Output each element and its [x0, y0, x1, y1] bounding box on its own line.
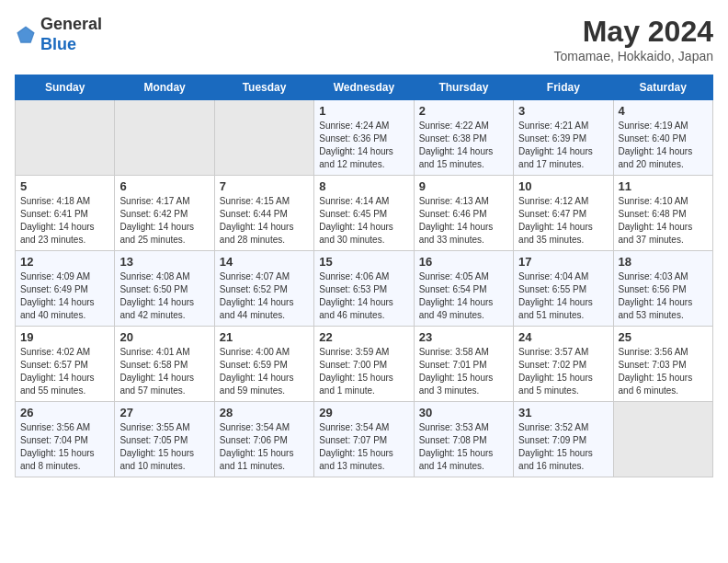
calendar-cell: 26Sunrise: 3:56 AM Sunset: 7:04 PM Dayli…: [16, 402, 115, 477]
calendar-week-2: 5Sunrise: 4:18 AM Sunset: 6:41 PM Daylig…: [16, 176, 713, 251]
day-number: 18: [619, 255, 708, 269]
calendar-cell: 29Sunrise: 3:54 AM Sunset: 7:07 PM Dayli…: [314, 402, 414, 477]
calendar-cell: 19Sunrise: 4:02 AM Sunset: 6:57 PM Dayli…: [16, 327, 115, 402]
day-info: Sunrise: 3:52 AM Sunset: 7:09 PM Dayligh…: [518, 421, 608, 473]
calendar-cell: 16Sunrise: 4:05 AM Sunset: 6:54 PM Dayli…: [414, 251, 513, 327]
calendar-week-5: 26Sunrise: 3:56 AM Sunset: 7:04 PM Dayli…: [16, 402, 713, 477]
day-number: 5: [20, 179, 109, 193]
calendar-cell: [214, 100, 313, 176]
day-number: 4: [619, 104, 708, 118]
day-info: Sunrise: 4:10 AM Sunset: 6:48 PM Dayligh…: [619, 195, 708, 247]
calendar-cell: 30Sunrise: 3:53 AM Sunset: 7:08 PM Dayli…: [414, 402, 513, 477]
day-info: Sunrise: 4:24 AM Sunset: 6:36 PM Dayligh…: [319, 120, 408, 171]
logo-blue: Blue: [40, 35, 76, 53]
day-info: Sunrise: 3:54 AM Sunset: 7:06 PM Dayligh…: [220, 421, 309, 473]
location: Tomamae, Hokkaido, Japan: [553, 49, 713, 63]
calendar-cell: 21Sunrise: 4:00 AM Sunset: 6:59 PM Dayli…: [214, 327, 313, 402]
day-info: Sunrise: 3:55 AM Sunset: 7:05 PM Dayligh…: [119, 421, 209, 473]
day-info: Sunrise: 4:06 AM Sunset: 6:53 PM Dayligh…: [319, 270, 408, 322]
calendar-cell: 7Sunrise: 4:15 AM Sunset: 6:44 PM Daylig…: [214, 176, 313, 251]
day-number: 2: [419, 104, 508, 118]
weekday-header-monday: Monday: [115, 75, 214, 100]
calendar-cell: 15Sunrise: 4:06 AM Sunset: 6:53 PM Dayli…: [314, 251, 414, 327]
day-info: Sunrise: 3:59 AM Sunset: 7:00 PM Dayligh…: [319, 346, 408, 397]
day-info: Sunrise: 4:03 AM Sunset: 6:56 PM Dayligh…: [619, 270, 708, 322]
day-number: 26: [20, 406, 109, 419]
day-info: Sunrise: 3:54 AM Sunset: 7:07 PM Dayligh…: [319, 421, 408, 473]
calendar-cell: 11Sunrise: 4:10 AM Sunset: 6:48 PM Dayli…: [613, 176, 712, 251]
day-info: Sunrise: 4:12 AM Sunset: 6:47 PM Dayligh…: [518, 195, 608, 247]
calendar-cell: 9Sunrise: 4:13 AM Sunset: 6:46 PM Daylig…: [414, 176, 513, 251]
calendar-cell: 31Sunrise: 3:52 AM Sunset: 7:09 PM Dayli…: [514, 402, 613, 477]
day-number: 14: [220, 255, 309, 269]
logo: General Blue: [15, 15, 102, 54]
logo-general: General: [40, 15, 102, 33]
month-title: May 2024: [553, 15, 713, 49]
day-number: 19: [20, 330, 109, 344]
calendar-cell: 23Sunrise: 3:58 AM Sunset: 7:01 PM Dayli…: [414, 327, 513, 402]
day-info: Sunrise: 4:01 AM Sunset: 6:58 PM Dayligh…: [119, 346, 209, 397]
calendar-cell: 24Sunrise: 3:57 AM Sunset: 7:02 PM Dayli…: [514, 327, 613, 402]
calendar-cell: 14Sunrise: 4:07 AM Sunset: 6:52 PM Dayli…: [214, 251, 313, 327]
day-info: Sunrise: 4:19 AM Sunset: 6:40 PM Dayligh…: [619, 120, 708, 171]
day-number: 3: [518, 104, 608, 118]
day-info: Sunrise: 4:22 AM Sunset: 6:38 PM Dayligh…: [419, 120, 508, 171]
day-info: Sunrise: 4:21 AM Sunset: 6:39 PM Dayligh…: [518, 120, 608, 171]
day-number: 8: [319, 179, 408, 193]
day-number: 17: [518, 255, 608, 269]
day-number: 21: [220, 330, 309, 344]
day-info: Sunrise: 4:15 AM Sunset: 6:44 PM Dayligh…: [220, 195, 309, 247]
calendar-cell: [115, 100, 214, 176]
calendar-cell: 1Sunrise: 4:24 AM Sunset: 6:36 PM Daylig…: [314, 100, 414, 176]
page-header: General Blue May 2024 Tomamae, Hokkaido,…: [15, 15, 713, 63]
day-info: Sunrise: 3:56 AM Sunset: 7:04 PM Dayligh…: [20, 421, 109, 473]
day-number: 13: [119, 255, 209, 269]
calendar-cell: 2Sunrise: 4:22 AM Sunset: 6:38 PM Daylig…: [414, 100, 513, 176]
day-number: 25: [619, 330, 708, 344]
weekday-header-tuesday: Tuesday: [214, 75, 313, 100]
weekday-header-wednesday: Wednesday: [314, 75, 414, 100]
day-number: 24: [518, 330, 608, 344]
calendar-week-3: 12Sunrise: 4:09 AM Sunset: 6:49 PM Dayli…: [16, 251, 713, 327]
day-info: Sunrise: 4:07 AM Sunset: 6:52 PM Dayligh…: [220, 270, 309, 322]
calendar-cell: 3Sunrise: 4:21 AM Sunset: 6:39 PM Daylig…: [514, 100, 613, 176]
calendar-cell: [16, 100, 115, 176]
day-info: Sunrise: 4:08 AM Sunset: 6:50 PM Dayligh…: [119, 270, 209, 322]
calendar-cell: 6Sunrise: 4:17 AM Sunset: 6:42 PM Daylig…: [115, 176, 214, 251]
logo-text: General Blue: [40, 15, 102, 54]
day-info: Sunrise: 4:09 AM Sunset: 6:49 PM Dayligh…: [20, 270, 109, 322]
day-info: Sunrise: 4:02 AM Sunset: 6:57 PM Dayligh…: [20, 346, 109, 397]
logo-icon: [15, 24, 37, 46]
day-number: 16: [419, 255, 508, 269]
calendar-cell: 8Sunrise: 4:14 AM Sunset: 6:45 PM Daylig…: [314, 176, 414, 251]
day-number: 10: [518, 179, 608, 193]
calendar-cell: 17Sunrise: 4:04 AM Sunset: 6:55 PM Dayli…: [514, 251, 613, 327]
calendar-week-1: 1Sunrise: 4:24 AM Sunset: 6:36 PM Daylig…: [16, 100, 713, 176]
day-number: 20: [119, 330, 209, 344]
calendar-cell: [613, 402, 712, 477]
calendar-cell: 5Sunrise: 4:18 AM Sunset: 6:41 PM Daylig…: [16, 176, 115, 251]
day-info: Sunrise: 3:56 AM Sunset: 7:03 PM Dayligh…: [619, 346, 708, 397]
day-number: 28: [220, 406, 309, 419]
calendar-cell: 10Sunrise: 4:12 AM Sunset: 6:47 PM Dayli…: [514, 176, 613, 251]
weekday-header-thursday: Thursday: [414, 75, 513, 100]
day-number: 22: [319, 330, 408, 344]
calendar-cell: 18Sunrise: 4:03 AM Sunset: 6:56 PM Dayli…: [613, 251, 712, 327]
day-info: Sunrise: 3:57 AM Sunset: 7:02 PM Dayligh…: [518, 346, 608, 397]
day-number: 27: [119, 406, 209, 419]
calendar-cell: 25Sunrise: 3:56 AM Sunset: 7:03 PM Dayli…: [613, 327, 712, 402]
day-number: 9: [419, 179, 508, 193]
weekday-header-friday: Friday: [514, 75, 613, 100]
day-info: Sunrise: 4:05 AM Sunset: 6:54 PM Dayligh…: [419, 270, 508, 322]
calendar-cell: 13Sunrise: 4:08 AM Sunset: 6:50 PM Dayli…: [115, 251, 214, 327]
weekday-header-sunday: Sunday: [16, 75, 115, 100]
calendar-cell: 22Sunrise: 3:59 AM Sunset: 7:00 PM Dayli…: [314, 327, 414, 402]
day-info: Sunrise: 4:04 AM Sunset: 6:55 PM Dayligh…: [518, 270, 608, 322]
day-number: 15: [319, 255, 408, 269]
calendar-table: SundayMondayTuesdayWednesdayThursdayFrid…: [15, 75, 713, 477]
calendar-body: 1Sunrise: 4:24 AM Sunset: 6:36 PM Daylig…: [16, 100, 713, 477]
day-number: 31: [518, 406, 608, 419]
day-info: Sunrise: 4:00 AM Sunset: 6:59 PM Dayligh…: [220, 346, 309, 397]
day-number: 7: [220, 179, 309, 193]
day-info: Sunrise: 4:17 AM Sunset: 6:42 PM Dayligh…: [119, 195, 209, 247]
